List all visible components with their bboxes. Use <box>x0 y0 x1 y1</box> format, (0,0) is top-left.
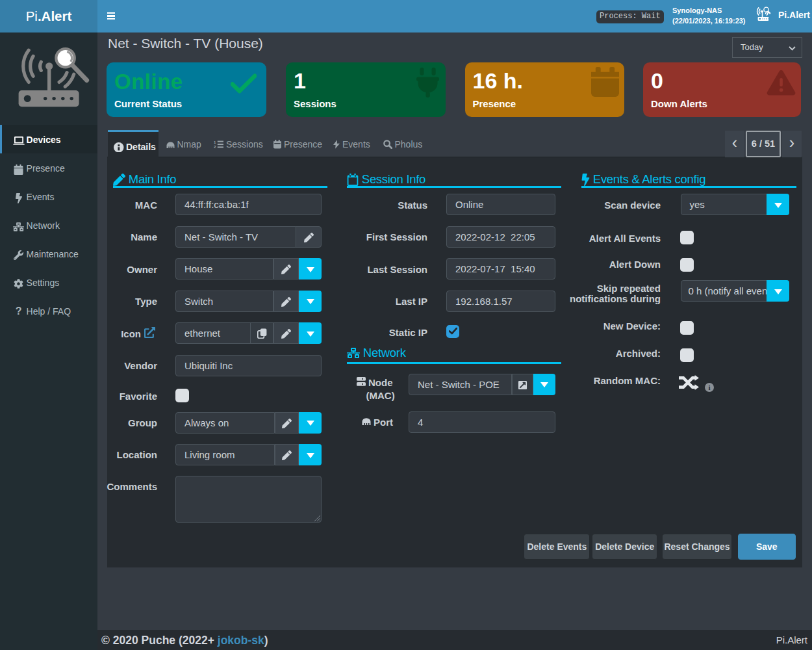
svg-text:2: 2 <box>214 145 216 148</box>
svg-text:1: 1 <box>214 140 216 144</box>
